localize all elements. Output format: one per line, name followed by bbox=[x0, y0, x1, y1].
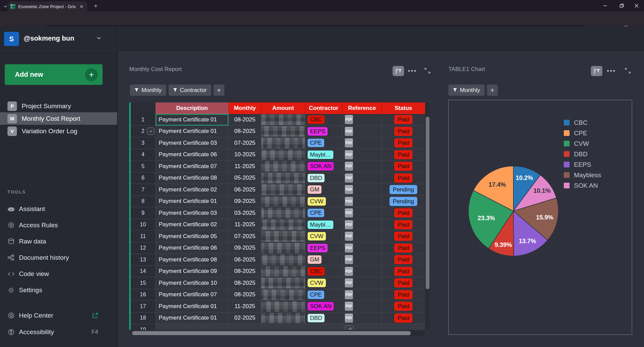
status-cell[interactable]: Paid bbox=[382, 301, 425, 313]
pdf-attachment-chip[interactable]: PDF bbox=[345, 185, 353, 194]
pdf-attachment-chip[interactable]: PDF bbox=[345, 290, 353, 299]
sidebar-item-accessibility[interactable]: Accessibility F4 bbox=[0, 326, 117, 338]
sidebar-item-raw-data[interactable]: Raw data bbox=[0, 233, 117, 250]
legend-item[interactable]: CBC bbox=[564, 117, 601, 128]
amount-cell[interactable] bbox=[261, 196, 305, 208]
sidebar-page-variation-order-log[interactable]: V Variation Order Log bbox=[0, 125, 117, 137]
contractor-cell[interactable]: CPE bbox=[305, 207, 342, 219]
pdf-attachment-chip[interactable]: PDF bbox=[345, 162, 353, 171]
add-filter-button[interactable]: + bbox=[214, 85, 224, 96]
row-number-cell[interactable]: 6 bbox=[131, 172, 156, 184]
scrollbar-thumb[interactable] bbox=[132, 331, 411, 335]
pdf-attachment-chip[interactable]: PDF bbox=[345, 302, 353, 311]
monthly-cell[interactable]: 08-2025 bbox=[229, 126, 261, 138]
reference-cell[interactable]: PDF bbox=[342, 172, 382, 184]
row-number-cell[interactable]: 4 bbox=[131, 149, 156, 161]
description-cell[interactable]: Payment Certificate 02 bbox=[156, 184, 229, 196]
status-cell[interactable]: Paid bbox=[382, 207, 425, 219]
row-number-cell[interactable]: 2 bbox=[131, 126, 156, 138]
chart-sort-filter-button[interactable] bbox=[591, 66, 602, 76]
amount-cell[interactable] bbox=[261, 172, 305, 184]
pdf-attachment-chip[interactable]: PDF bbox=[345, 197, 353, 206]
pdf-attachment-chip[interactable]: PDF bbox=[345, 208, 353, 217]
reference-cell[interactable]: PDF bbox=[342, 161, 382, 172]
contractor-cell[interactable]: CBC bbox=[305, 266, 342, 278]
status-cell[interactable]: Paid bbox=[382, 313, 425, 324]
pdf-attachment-chip[interactable]: PDF bbox=[345, 232, 353, 241]
row-number-cell[interactable]: 17 bbox=[131, 301, 156, 313]
description-cell[interactable]: Payment Certificate 10 bbox=[156, 277, 229, 289]
row-number-cell[interactable]: 1 bbox=[131, 114, 156, 126]
table-vertical-scrollbar[interactable] bbox=[425, 102, 430, 330]
monthly-cell[interactable]: 07-2025 bbox=[229, 137, 261, 149]
status-cell[interactable]: Paid bbox=[382, 254, 425, 266]
monthly-cell[interactable]: 11-2025 bbox=[229, 161, 261, 172]
status-cell[interactable]: Paid bbox=[382, 231, 425, 242]
pdf-attachment-chip[interactable]: PDF bbox=[345, 115, 353, 124]
legend-item[interactable]: EEPS bbox=[564, 159, 601, 170]
reference-cell[interactable]: PDF bbox=[342, 126, 382, 138]
contractor-cell[interactable]: GM bbox=[305, 254, 342, 266]
chart-widget-title[interactable]: TABLE1 Chart bbox=[448, 66, 485, 73]
monthly-cell[interactable]: 08-2025 bbox=[229, 277, 261, 289]
description-cell[interactable]: Payment Certificate 02 bbox=[156, 219, 229, 231]
column-header-description[interactable]: Description bbox=[156, 102, 229, 114]
contractor-cell[interactable]: DBD bbox=[305, 172, 342, 184]
monthly-cell[interactable]: 11-2025 bbox=[229, 219, 261, 231]
row-number-cell[interactable]: 9 bbox=[131, 207, 156, 219]
tab-close-button[interactable]: ✕ bbox=[79, 3, 85, 9]
monthly-cell[interactable]: 08-2025 bbox=[229, 266, 261, 278]
contractor-cell[interactable]: CBC bbox=[305, 114, 342, 126]
pdf-attachment-chip[interactable]: PDF bbox=[345, 220, 353, 229]
reference-cell[interactable]: PDF bbox=[342, 231, 382, 242]
monthly-cell[interactable]: 07-2025 bbox=[229, 231, 261, 242]
row-number-cell[interactable]: 7 bbox=[131, 184, 156, 196]
filter-chip-monthly[interactable]: Monthly bbox=[130, 85, 166, 96]
window-minimize-button[interactable] bbox=[598, 0, 613, 11]
status-cell[interactable]: Paid bbox=[382, 289, 425, 301]
status-cell[interactable]: Paid bbox=[382, 242, 425, 254]
reference-cell[interactable]: PDF bbox=[342, 266, 382, 278]
reference-cell[interactable] bbox=[342, 324, 382, 330]
amount-cell[interactable] bbox=[261, 266, 305, 278]
table-sort-filter-button[interactable] bbox=[393, 66, 404, 76]
browser-tab[interactable]: Economic Zone Project - Grist ✕ bbox=[7, 1, 87, 11]
legend-item[interactable]: SOK AN bbox=[564, 180, 601, 191]
description-cell[interactable]: Payment Certificate 01 bbox=[156, 196, 229, 208]
row-number-cell[interactable]: 19 bbox=[131, 324, 156, 330]
status-cell[interactable]: Paid bbox=[382, 219, 425, 231]
amount-cell[interactable] bbox=[261, 231, 305, 242]
contractor-cell[interactable]: CVW bbox=[305, 277, 342, 289]
amount-cell[interactable] bbox=[261, 219, 305, 231]
pdf-attachment-chip[interactable]: PDF bbox=[345, 278, 353, 287]
amount-cell[interactable] bbox=[261, 313, 305, 324]
amount-cell[interactable] bbox=[261, 184, 305, 196]
description-cell[interactable]: Payment Certificate 01 bbox=[156, 126, 229, 138]
monthly-cell[interactable]: 10-2025 bbox=[229, 149, 261, 161]
monthly-cell[interactable]: 09-2025 bbox=[229, 196, 261, 208]
chart-expand-button[interactable] bbox=[624, 67, 631, 74]
attach-file-button[interactable] bbox=[345, 325, 354, 330]
row-number-cell[interactable]: 13 bbox=[131, 254, 156, 266]
amount-cell[interactable] bbox=[261, 289, 305, 301]
row-number-cell[interactable]: 8 bbox=[131, 196, 156, 208]
status-cell[interactable]: Paid bbox=[382, 277, 425, 289]
status-cell[interactable]: Paid bbox=[382, 266, 425, 278]
contractor-cell[interactable]: CVW bbox=[305, 196, 342, 208]
row-number-cell[interactable]: 14 bbox=[131, 266, 156, 278]
row-number-cell[interactable]: 3 bbox=[131, 137, 156, 149]
monthly-cell[interactable]: 09-2025 bbox=[229, 242, 261, 254]
status-cell[interactable]: Pending bbox=[382, 196, 425, 208]
column-header-monthly[interactable]: Monthly bbox=[229, 102, 261, 114]
description-cell[interactable]: Payment Certificate 01 bbox=[156, 114, 229, 126]
add-new-button[interactable]: Add new + bbox=[5, 64, 103, 85]
reference-cell[interactable]: PDF bbox=[342, 242, 382, 254]
description-cell[interactable]: Payment Certificate 01 bbox=[156, 313, 229, 324]
description-cell[interactable]: Payment Certificate 01 bbox=[156, 301, 229, 313]
account-menu[interactable]: S @sokmeng bun bbox=[0, 26, 117, 51]
amount-cell[interactable] bbox=[261, 149, 305, 161]
amount-cell[interactable] bbox=[261, 114, 305, 126]
description-cell[interactable]: Payment Certificate 06 bbox=[156, 242, 229, 254]
monthly-cell[interactable]: 02-2025 bbox=[229, 313, 261, 324]
monthly-cell[interactable]: 06-2025 bbox=[229, 254, 261, 266]
